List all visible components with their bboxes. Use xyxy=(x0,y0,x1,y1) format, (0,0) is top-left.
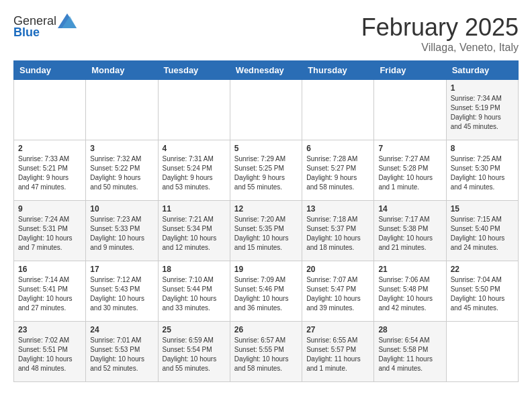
weekday-header: Monday xyxy=(86,61,158,80)
weekday-header: Friday xyxy=(374,61,446,80)
day-info: Sunrise: 7:04 AM Sunset: 5:50 PM Dayligh… xyxy=(451,275,514,313)
calendar-cell: 22Sunrise: 7:04 AM Sunset: 5:50 PM Dayli… xyxy=(446,261,518,322)
calendar-week-row: 2Sunrise: 7:33 AM Sunset: 5:21 PM Daylig… xyxy=(14,140,519,201)
calendar-cell: 3Sunrise: 7:32 AM Sunset: 5:22 PM Daylig… xyxy=(86,140,158,201)
title-block: February 2025 Villaga, Veneto, Italy xyxy=(361,13,519,54)
day-number: 6 xyxy=(306,144,369,153)
calendar-cell: 7Sunrise: 7:27 AM Sunset: 5:28 PM Daylig… xyxy=(374,140,446,201)
day-number: 10 xyxy=(90,204,153,214)
calendar-cell: 9Sunrise: 7:24 AM Sunset: 5:31 PM Daylig… xyxy=(14,201,86,261)
calendar-cell: 13Sunrise: 7:18 AM Sunset: 5:37 PM Dayli… xyxy=(302,201,374,261)
day-info: Sunrise: 7:33 AM Sunset: 5:21 PM Dayligh… xyxy=(18,154,81,192)
day-info: Sunrise: 7:29 AM Sunset: 5:25 PM Dayligh… xyxy=(234,154,298,192)
calendar-cell xyxy=(14,80,86,140)
calendar-cell: 14Sunrise: 7:17 AM Sunset: 5:38 PM Dayli… xyxy=(374,201,446,261)
calendar-cell: 26Sunrise: 6:57 AM Sunset: 5:55 PM Dayli… xyxy=(230,322,302,382)
calendar-cell: 15Sunrise: 7:15 AM Sunset: 5:40 PM Dayli… xyxy=(446,201,518,261)
day-info: Sunrise: 7:27 AM Sunset: 5:28 PM Dayligh… xyxy=(378,154,441,192)
day-number: 2 xyxy=(18,144,81,153)
calendar-cell: 25Sunrise: 6:59 AM Sunset: 5:54 PM Dayli… xyxy=(158,322,230,382)
day-info: Sunrise: 7:28 AM Sunset: 5:27 PM Dayligh… xyxy=(306,154,369,192)
day-info: Sunrise: 7:06 AM Sunset: 5:48 PM Dayligh… xyxy=(378,275,441,313)
calendar-cell: 27Sunrise: 6:55 AM Sunset: 5:57 PM Dayli… xyxy=(302,322,374,382)
day-number: 5 xyxy=(234,144,298,153)
calendar-cell xyxy=(302,80,374,140)
day-number: 15 xyxy=(451,204,514,214)
day-info: Sunrise: 7:23 AM Sunset: 5:33 PM Dayligh… xyxy=(90,215,153,253)
day-info: Sunrise: 6:57 AM Sunset: 5:55 PM Dayligh… xyxy=(234,336,298,373)
calendar-week-row: 1Sunrise: 7:34 AM Sunset: 5:19 PM Daylig… xyxy=(14,80,519,140)
weekday-header: Tuesday xyxy=(158,61,230,80)
day-number: 11 xyxy=(163,204,226,214)
day-info: Sunrise: 7:02 AM Sunset: 5:51 PM Dayligh… xyxy=(18,336,81,373)
calendar-cell xyxy=(374,80,446,140)
day-number: 9 xyxy=(18,204,81,214)
day-number: 19 xyxy=(234,265,298,274)
day-number: 12 xyxy=(234,204,298,214)
calendar-week-row: 16Sunrise: 7:14 AM Sunset: 5:41 PM Dayli… xyxy=(14,261,519,322)
day-info: Sunrise: 7:14 AM Sunset: 5:41 PM Dayligh… xyxy=(18,275,81,313)
day-info: Sunrise: 7:09 AM Sunset: 5:46 PM Dayligh… xyxy=(234,275,298,313)
day-info: Sunrise: 6:59 AM Sunset: 5:54 PM Dayligh… xyxy=(163,336,226,373)
day-number: 22 xyxy=(451,265,514,274)
day-info: Sunrise: 7:15 AM Sunset: 5:40 PM Dayligh… xyxy=(451,215,514,253)
day-info: Sunrise: 7:34 AM Sunset: 5:19 PM Dayligh… xyxy=(451,94,514,132)
day-number: 23 xyxy=(18,325,81,334)
day-info: Sunrise: 7:18 AM Sunset: 5:37 PM Dayligh… xyxy=(306,215,369,253)
logo: General Blue xyxy=(13,13,77,40)
calendar-cell: 24Sunrise: 7:01 AM Sunset: 5:53 PM Dayli… xyxy=(86,322,158,382)
day-number: 24 xyxy=(90,325,153,334)
day-info: Sunrise: 7:12 AM Sunset: 5:43 PM Dayligh… xyxy=(90,275,153,313)
day-info: Sunrise: 7:01 AM Sunset: 5:53 PM Dayligh… xyxy=(90,336,153,373)
day-number: 3 xyxy=(90,144,153,153)
day-info: Sunrise: 7:24 AM Sunset: 5:31 PM Dayligh… xyxy=(18,215,81,253)
weekday-header: Saturday xyxy=(446,61,518,80)
day-info: Sunrise: 7:21 AM Sunset: 5:34 PM Dayligh… xyxy=(163,215,226,253)
calendar-cell: 16Sunrise: 7:14 AM Sunset: 5:41 PM Dayli… xyxy=(14,261,86,322)
day-number: 16 xyxy=(18,265,81,274)
day-number: 17 xyxy=(90,265,153,274)
page-header: General Blue February 2025 Villaga, Vene… xyxy=(13,13,519,54)
calendar-cell: 18Sunrise: 7:10 AM Sunset: 5:44 PM Dayli… xyxy=(158,261,230,322)
weekday-header: Sunday xyxy=(14,61,86,80)
calendar-cell: 19Sunrise: 7:09 AM Sunset: 5:46 PM Dayli… xyxy=(230,261,302,322)
day-number: 28 xyxy=(378,325,441,334)
calendar-cell: 2Sunrise: 7:33 AM Sunset: 5:21 PM Daylig… xyxy=(14,140,86,201)
logo-blue: Blue xyxy=(13,26,40,40)
calendar-cell: 6Sunrise: 7:28 AM Sunset: 5:27 PM Daylig… xyxy=(302,140,374,201)
weekday-header-row: SundayMondayTuesdayWednesdayThursdayFrid… xyxy=(14,61,519,80)
calendar-cell xyxy=(446,322,518,382)
day-info: Sunrise: 7:25 AM Sunset: 5:30 PM Dayligh… xyxy=(451,154,514,192)
calendar-cell xyxy=(86,80,158,140)
day-number: 7 xyxy=(378,144,441,153)
calendar-cell xyxy=(230,80,302,140)
calendar-week-row: 23Sunrise: 7:02 AM Sunset: 5:51 PM Dayli… xyxy=(14,322,519,382)
calendar-cell xyxy=(158,80,230,140)
calendar-cell: 12Sunrise: 7:20 AM Sunset: 5:35 PM Dayli… xyxy=(230,201,302,261)
day-info: Sunrise: 7:20 AM Sunset: 5:35 PM Dayligh… xyxy=(234,215,298,253)
day-info: Sunrise: 6:54 AM Sunset: 5:58 PM Dayligh… xyxy=(378,336,441,373)
day-number: 14 xyxy=(378,204,441,214)
day-number: 13 xyxy=(306,204,369,214)
day-info: Sunrise: 7:07 AM Sunset: 5:47 PM Dayligh… xyxy=(306,275,369,313)
calendar-cell: 4Sunrise: 7:31 AM Sunset: 5:24 PM Daylig… xyxy=(158,140,230,201)
calendar-week-row: 9Sunrise: 7:24 AM Sunset: 5:31 PM Daylig… xyxy=(14,201,519,261)
day-info: Sunrise: 7:10 AM Sunset: 5:44 PM Dayligh… xyxy=(163,275,226,313)
calendar-cell: 20Sunrise: 7:07 AM Sunset: 5:47 PM Dayli… xyxy=(302,261,374,322)
day-info: Sunrise: 7:17 AM Sunset: 5:38 PM Dayligh… xyxy=(378,215,441,253)
calendar-cell: 8Sunrise: 7:25 AM Sunset: 5:30 PM Daylig… xyxy=(446,140,518,201)
day-info: Sunrise: 7:32 AM Sunset: 5:22 PM Dayligh… xyxy=(90,154,153,192)
logo-icon xyxy=(58,13,77,28)
calendar-cell: 21Sunrise: 7:06 AM Sunset: 5:48 PM Dayli… xyxy=(374,261,446,322)
calendar-cell: 28Sunrise: 6:54 AM Sunset: 5:58 PM Dayli… xyxy=(374,322,446,382)
calendar-cell: 17Sunrise: 7:12 AM Sunset: 5:43 PM Dayli… xyxy=(86,261,158,322)
calendar-cell: 10Sunrise: 7:23 AM Sunset: 5:33 PM Dayli… xyxy=(86,201,158,261)
calendar-cell: 23Sunrise: 7:02 AM Sunset: 5:51 PM Dayli… xyxy=(14,322,86,382)
location: Villaga, Veneto, Italy xyxy=(361,42,519,54)
day-number: 25 xyxy=(163,325,226,334)
day-number: 4 xyxy=(163,144,226,153)
day-info: Sunrise: 7:31 AM Sunset: 5:24 PM Dayligh… xyxy=(163,154,226,192)
day-number: 20 xyxy=(306,265,369,274)
calendar-cell: 1Sunrise: 7:34 AM Sunset: 5:19 PM Daylig… xyxy=(446,80,518,140)
day-number: 27 xyxy=(306,325,369,334)
